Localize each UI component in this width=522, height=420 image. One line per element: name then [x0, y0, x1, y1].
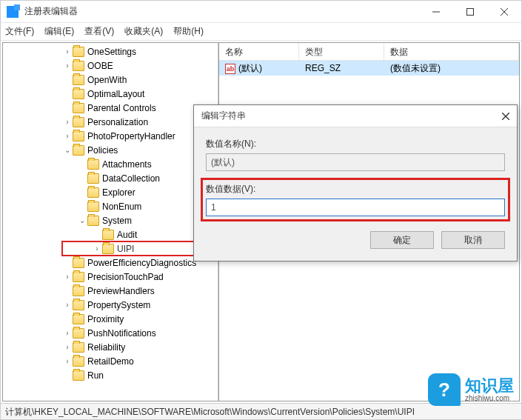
- folder-icon: [73, 145, 84, 156]
- tree-item-label: UIPI: [117, 244, 134, 254]
- tree-item-label: Policies: [87, 145, 118, 156]
- menu-view[interactable]: 查看(V): [84, 25, 114, 38]
- expand-icon[interactable]: ›: [62, 357, 73, 365]
- window-controls: [419, 1, 521, 23]
- col-type[interactable]: 类型: [299, 43, 384, 60]
- app-icon: [7, 6, 19, 18]
- folder-icon: [73, 314, 84, 324]
- list-header: 名称 类型 数据: [219, 43, 519, 61]
- folder-icon: [87, 187, 99, 198]
- tree-item-label: PowerEfficiencyDiagnostics: [87, 258, 196, 268]
- tree-item-label: Audit: [117, 230, 137, 240]
- tree-item-label: NonEnum: [102, 201, 141, 212]
- dialog-titlebar: 编辑字符串: [194, 105, 517, 127]
- folder-icon: [87, 159, 99, 170]
- tree-item-precisiontouchpad[interactable]: ›PrecisionTouchPad: [62, 270, 218, 284]
- edit-string-dialog: 编辑字符串 数值名称(N): 数值数据(V): 确定 取消: [193, 104, 518, 261]
- tree-item-propertysystem[interactable]: ›PropertySystem: [62, 298, 218, 312]
- name-input[interactable]: [206, 153, 505, 171]
- dialog-close-button[interactable]: [495, 105, 517, 127]
- maximize-button[interactable]: [453, 1, 487, 23]
- folder-icon: [87, 201, 99, 212]
- folder-icon: [73, 286, 84, 296]
- folder-icon: [73, 117, 84, 127]
- tree-item-run[interactable]: Run: [62, 368, 218, 382]
- tree-item-label: PreviewHandlers: [87, 286, 155, 296]
- tree-item-proximity[interactable]: Proximity: [62, 312, 218, 326]
- tree-item-pushnotifications[interactable]: ›PushNotifications: [62, 326, 218, 340]
- ok-button[interactable]: 确定: [370, 231, 434, 249]
- dialog-title: 编辑字符串: [201, 110, 495, 122]
- tree-item-label: Explorer: [102, 187, 135, 198]
- window-title: 注册表编辑器: [24, 5, 419, 18]
- watermark-logo: ? 知识屋 zhishiwu.com: [428, 373, 514, 406]
- expand-icon[interactable]: ›: [62, 343, 73, 351]
- menu-edit[interactable]: 编辑(E): [44, 25, 74, 38]
- folder-icon: [73, 61, 84, 71]
- tree-item-openwith[interactable]: OpenWith: [62, 73, 218, 87]
- tree-item-label: OOBE: [87, 61, 113, 71]
- tree-item-label: System: [102, 216, 132, 226]
- expand-icon[interactable]: ›: [62, 61, 73, 70]
- cancel-button[interactable]: 取消: [441, 231, 505, 249]
- expand-icon[interactable]: ›: [62, 47, 73, 56]
- expand-icon[interactable]: ›: [62, 118, 73, 126]
- cell-type: REG_SZ: [299, 63, 384, 73]
- tree-item-label: Attachments: [102, 159, 152, 170]
- tree-item-reliability[interactable]: ›Reliability: [62, 340, 218, 354]
- expand-icon[interactable]: ›: [62, 329, 73, 337]
- tree-item-label: PhotoPropertyHandler: [87, 131, 175, 141]
- folder-icon: [87, 173, 99, 184]
- menu-file[interactable]: 文件(F): [5, 25, 34, 38]
- tree-item-label: PropertySystem: [87, 300, 150, 310]
- expand-icon[interactable]: ⌄: [77, 216, 87, 224]
- folder-icon: [73, 75, 84, 85]
- dialog-buttons: 确定 取消: [206, 231, 505, 249]
- tree-item-optimallayout[interactable]: OptimalLayout: [62, 87, 218, 101]
- data-field-group: 数值数据(V):: [204, 181, 506, 218]
- folder-icon: [102, 244, 114, 254]
- menu-help[interactable]: 帮助(H): [173, 25, 204, 38]
- folder-icon: [73, 258, 84, 268]
- tree-item-previewhandlers[interactable]: PreviewHandlers: [62, 284, 218, 298]
- menubar: 文件(F) 编辑(E) 查看(V) 收藏夹(A) 帮助(H): [1, 23, 521, 41]
- col-data[interactable]: 数据: [384, 43, 519, 60]
- folder-icon: [73, 370, 84, 381]
- close-button[interactable]: [487, 1, 521, 23]
- watermark-icon: ?: [428, 373, 461, 406]
- tree-item-label: Personalization: [87, 117, 148, 127]
- folder-icon: [73, 89, 84, 99]
- watermark-text: 知识屋 zhishiwu.com: [465, 378, 514, 402]
- tree-item-onesettings[interactable]: ›OneSettings: [62, 44, 218, 59]
- expand-icon[interactable]: ⌄: [62, 146, 73, 154]
- tree-item-retaildemo[interactable]: ›RetailDemo: [62, 354, 218, 368]
- tree-item-label: OneSettings: [87, 47, 136, 57]
- folder-icon: [102, 230, 114, 240]
- tree-panel[interactable]: ›OneSettings›OOBEOpenWithOptimalLayoutPa…: [2, 42, 218, 401]
- expand-icon[interactable]: ›: [62, 301, 73, 309]
- name-label: 数值名称(N):: [206, 138, 505, 150]
- string-value-icon: ab: [225, 64, 235, 74]
- data-input[interactable]: [206, 199, 505, 216]
- tree-item-label: Proximity: [87, 314, 124, 324]
- cell-data: (数值未设置): [384, 62, 519, 75]
- folder-icon: [73, 131, 84, 141]
- col-name[interactable]: 名称: [219, 43, 299, 60]
- titlebar: 注册表编辑器: [1, 1, 521, 23]
- tree-item-label: Run: [87, 370, 104, 381]
- list-row[interactable]: ab(默认) REG_SZ (数值未设置): [219, 61, 519, 76]
- minimize-button[interactable]: [419, 1, 453, 23]
- value-name: (默认): [238, 63, 262, 73]
- expand-icon[interactable]: ›: [62, 132, 73, 140]
- data-label: 数值数据(V):: [206, 183, 505, 196]
- tree-item-label: PushNotifications: [87, 328, 156, 339]
- folder-icon: [73, 342, 84, 353]
- folder-icon: [73, 272, 84, 282]
- expand-icon[interactable]: ›: [62, 273, 73, 281]
- cell-name: ab(默认): [219, 62, 299, 75]
- menu-favorites[interactable]: 收藏夹(A): [124, 25, 163, 38]
- folder-icon: [73, 328, 84, 339]
- tree-item-oobe[interactable]: ›OOBE: [62, 59, 218, 73]
- expand-icon[interactable]: ›: [92, 244, 102, 253]
- dialog-body: 数值名称(N): 数值数据(V): 确定 取消: [194, 127, 517, 261]
